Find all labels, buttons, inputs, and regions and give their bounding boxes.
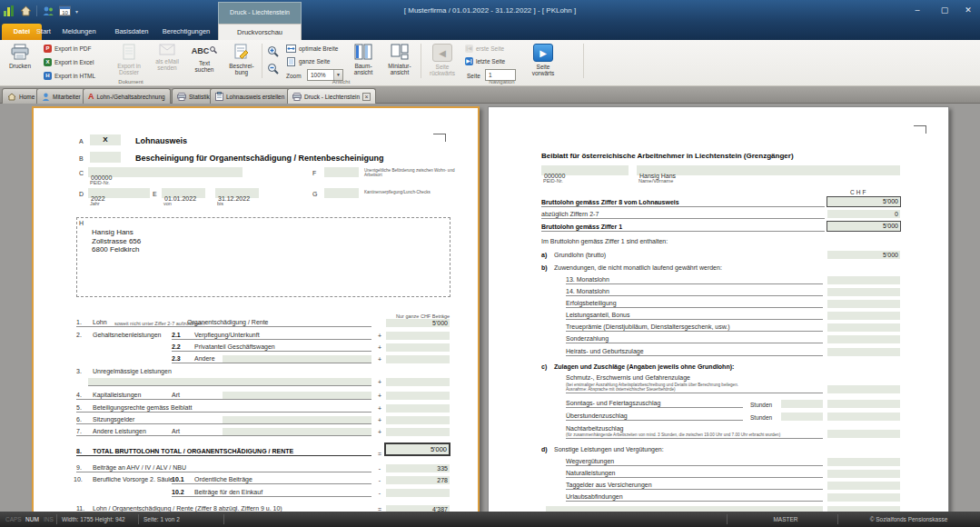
doctab-mitarbeiter[interactable]: Mitarbeiter	[36, 88, 86, 104]
printer-icon	[292, 93, 302, 101]
row-label: Lohn	[93, 319, 107, 326]
tab-berechtigungen[interactable]: Berechtigungen	[156, 24, 216, 40]
zoom-in-button[interactable]	[265, 45, 282, 57]
item-label: Naturalleistungen	[566, 470, 615, 477]
zoom-out-button[interactable]	[265, 63, 282, 75]
row-label: Bruttolohn gemäss Ziffer 8 vom Lohnauswe…	[541, 199, 679, 206]
inline-field	[223, 355, 371, 363]
doctab-druck-label: Druck - Liechtenstein	[304, 94, 360, 100]
tab-basisdaten[interactable]: Basisdaten	[107, 24, 156, 40]
home-icon	[7, 93, 16, 101]
clipboard-icon	[215, 92, 223, 101]
item-letter: b)	[541, 264, 548, 272]
close-tab-icon[interactable]: ×	[362, 93, 371, 101]
tab-druckvorschau[interactable]: Druckvorschau	[218, 24, 302, 40]
doctab-lohnausweis[interactable]: Lohnausweis erstellen	[210, 88, 290, 104]
whole-page-icon	[286, 57, 296, 66]
dossier-icon	[122, 44, 136, 60]
value-field	[827, 348, 900, 356]
field-caption: PEID-Nr.	[543, 178, 563, 184]
first-page-label: erste Seite	[476, 45, 504, 52]
value-box: 5'000	[827, 221, 901, 232]
description-button[interactable]: Beschrei- bung	[223, 41, 260, 83]
doctab-home-label: Home	[19, 94, 35, 100]
form-row-5: 5. Beteiligungsrechte gemäss Beiblatt	[76, 404, 371, 413]
text-search-button[interactable]: ABC Text suchen	[187, 41, 222, 83]
note-pencil-icon	[233, 44, 250, 60]
arrow-left-icon: ◀	[432, 44, 452, 62]
item-label: 14. Monatslohn	[566, 288, 609, 295]
address-box: H Hansig Hans Zollstrasse 656 6800 Feldk…	[76, 217, 450, 297]
tree-view-button[interactable]: Baum- ansicht	[347, 41, 380, 83]
print-button[interactable]: Drucken	[2, 41, 38, 83]
row-number: 2.	[76, 332, 82, 339]
item-fine-print: (für zusammenhängende Arbeitszeiten von …	[566, 433, 780, 437]
export-excel-button[interactable]: X Export in Excel	[42, 56, 95, 68]
doctab-lohn[interactable]: A Lohn-/Gehaltsabrechnung	[83, 88, 171, 104]
first-page-button: |◀ erste Seite	[463, 43, 506, 55]
field-letter: H	[79, 220, 84, 227]
document-tab-bar: Home Mitarbeiter A Lohn-/Gehaltsabrechnu…	[0, 86, 980, 104]
beiblatt-title: Beiblatt für österreichische Arbeitnehme…	[541, 153, 794, 160]
optimal-width-label: optimale Breite	[299, 45, 338, 52]
row-label: Sitzungsgelder	[93, 416, 134, 423]
c2-row: Sonntags- und Feiertagszuschlag	[566, 400, 743, 408]
item-label: Taggelder aus Versicherungen	[566, 482, 652, 489]
contains-note: Im Bruttolohn gemäss Ziffer 1 sind entha…	[541, 238, 668, 245]
preview-page-2: Beiblatt für österreichische Arbeitnehme…	[488, 106, 949, 512]
group-dokument-label: Dokument	[0, 79, 262, 85]
item-label: Heirats- und Geburtszulage	[566, 348, 644, 355]
value-field	[827, 323, 900, 332]
item-letter: a)	[541, 252, 547, 259]
b-item-row: 14. Monatslohn	[566, 288, 823, 296]
export-pdf-label: Export in PDF	[54, 45, 91, 52]
page-input-value: 1	[489, 72, 492, 78]
hours-field	[781, 413, 823, 421]
row-number: 5.	[76, 404, 82, 412]
row-number: 6.	[76, 416, 82, 423]
ribbon: Drucken P Export in PDF X Export in Exce…	[0, 40, 980, 86]
value-field	[827, 430, 900, 438]
row-art-label: Art	[172, 428, 180, 435]
maximize-button[interactable]: ▢	[934, 4, 955, 17]
plus-sign: +	[376, 333, 383, 340]
field-bis: 31.12.2022	[215, 188, 259, 198]
thumbnail-view-button[interactable]: Miniatur- ansicht	[381, 41, 418, 83]
b-item-row: Leistungsanteil, Bonus	[566, 312, 823, 320]
doctab-lohn-label: Lohn-/Gehaltsabrechnung	[97, 94, 165, 100]
c4-note-row: (für zusammenhängende Arbeitszeiten von …	[566, 432, 823, 439]
close-button[interactable]: ✕	[957, 4, 979, 17]
inline-field-3	[88, 378, 371, 386]
doctab-druck-liechtenstein[interactable]: Druck - Liechtenstein ×	[287, 88, 376, 104]
optimal-width-icon	[286, 45, 296, 53]
email-icon	[159, 44, 175, 55]
doctab-home[interactable]: Home	[2, 88, 40, 104]
minimize-button[interactable]: –	[906, 4, 928, 17]
ins-indicator: INS	[44, 516, 54, 522]
value-field-7	[386, 428, 450, 436]
plus-sign: +	[376, 356, 383, 363]
value-field	[827, 470, 900, 478]
stunden-label: Stunden	[750, 414, 772, 422]
row-label: Bruttolohn gemäss Ziffer 1	[541, 224, 622, 231]
row-label: Privatanteil Geschäftswagen	[194, 343, 275, 351]
description-label: Beschrei- bung	[223, 63, 260, 75]
beiblatt-row-brutto1: Bruttolohn gemäss Ziffer 1	[541, 224, 825, 232]
tab-meldungen[interactable]: Meldungen	[54, 24, 104, 40]
print-button-label: Drucken	[2, 63, 38, 69]
whole-page-button[interactable]: ganze Seite	[284, 55, 332, 67]
value-field	[827, 312, 900, 320]
field-caption: von	[163, 201, 172, 206]
doctab-mitarbeiter-label: Mitarbeiter	[53, 94, 81, 100]
export-pdf-button[interactable]: P Export in PDF	[42, 43, 93, 55]
zoom-value: 100%	[311, 72, 326, 78]
last-page-button[interactable]: ▶| letzte Seite	[463, 55, 507, 67]
item-label: Urlaubsabfindungen	[566, 493, 623, 501]
item-label: Überstundenzuschlag	[566, 413, 628, 420]
page-info: Seite: 1 von 2	[144, 516, 180, 522]
value-field-4	[386, 392, 450, 400]
value-field-5	[386, 404, 450, 413]
doctab-statistik[interactable]: Statistik	[172, 88, 215, 104]
page-forward-button[interactable]: ▶ Seite vorwärts	[525, 41, 561, 83]
optimal-width-button[interactable]: optimale Breite	[284, 43, 340, 55]
